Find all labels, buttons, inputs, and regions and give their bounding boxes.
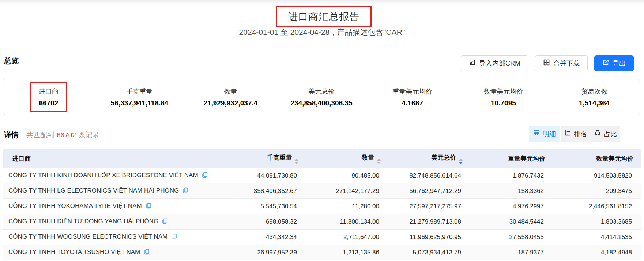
annotation-box-title: 进口商汇总报告 (276, 6, 372, 27)
usd-total-cell: 11,969,625,970.95 (388, 230, 470, 245)
match-count-line: 共匹配到66702条记录 (26, 130, 99, 140)
column-qty-usd-avg: 数量美元均价 (553, 149, 641, 168)
quantity-cell: 2,711,647.00 (306, 230, 388, 245)
importer-summary-report-page: 进口商汇总报告 2024-01-01 至 2024-04-28，产品描述包含"C… (0, 0, 644, 261)
table-row[interactable]: CÔNG TY TNHH WOOSUNG ELECTRONICS VIỆT NA… (3, 230, 641, 245)
view-switch: 明细 排名 占比 (529, 126, 620, 142)
qty-usd-avg-cell: 914,503.5820 (553, 168, 641, 183)
importers-table: 进口商 千克重量 数量 美元总价 重量美元均价 数量美元均价 CÔNG TY T… (3, 149, 641, 260)
qty-usd-avg-cell: 2,446,561.8152 (553, 199, 641, 214)
quantity-cell: 90,485.00 (306, 168, 388, 183)
usd-total-cell: 56,762,947,712.29 (388, 183, 470, 199)
ranking-icon (565, 130, 571, 138)
stat-trade-count: 贸易次数 1,514,364 (549, 87, 640, 107)
copy-icon[interactable] (171, 234, 177, 241)
qty-usd-avg-cell: 4,182.4948 (553, 245, 641, 260)
stat-kg-weight: 千克重量 56,337,941,118.84 (94, 87, 185, 107)
stat-value: 234,858,400,306.35 (276, 99, 367, 107)
tab-label: 占比 (604, 130, 617, 138)
report-subtitle: 2024-01-01 至 2024-04-28，产品描述包含"CAR" (0, 27, 644, 37)
match-prefix: 共匹配到 (26, 131, 54, 139)
tab-label: 排名 (574, 130, 587, 138)
match-suffix: 条记录 (79, 131, 99, 139)
qty-usd-avg-cell: 1,803.3685 (553, 214, 641, 230)
column-importer: 进口商 (3, 149, 223, 168)
merge-download-label: 合并下载 (553, 59, 580, 68)
weight-usd-avg-cell: 187.9377 (470, 245, 553, 260)
kg-weight-cell: 5,545,730.54 (223, 199, 306, 214)
stat-value: 56,337,941,118.84 (94, 99, 185, 107)
overview-heading: 总览 (4, 56, 19, 66)
page-title: 进口商汇总报告 (288, 10, 360, 23)
stat-label: 重量美元均价 (367, 87, 458, 96)
stat-weight-usd-avg: 重量美元均价 4.1687 (367, 87, 458, 107)
column-usd-total-sortable[interactable]: 美元总价 (388, 149, 470, 168)
importer-name-cell: CÔNG TY TNHH ĐIỆN TỬ DONG YANG HẢI PHÒNG (3, 214, 223, 230)
stat-value: 1,514,364 (549, 99, 640, 107)
tab-share-view[interactable]: 占比 (591, 126, 620, 142)
table-row[interactable]: CÔNG TY TNHH KINH DOANH LỐP XE BRIDGESTO… (3, 168, 641, 183)
column-kg-weight-sortable[interactable]: 千克重量 (223, 149, 306, 168)
kg-weight-cell: 434,342.34 (223, 230, 306, 245)
usd-total-cell: 5,073,934,413.79 (388, 245, 470, 260)
importer-name-cell: CÔNG TY TNHH TOYOTA TSUSHO VIỆT NAM (3, 245, 223, 260)
stat-label: 美元总价 (276, 87, 367, 96)
kg-weight-cell: 698,058.32 (223, 214, 306, 230)
stat-value: 21,929,932,037.4 (185, 99, 276, 107)
export-button[interactable]: 导出 (594, 55, 634, 71)
export-label: 导出 (613, 59, 626, 68)
top-fade-decoration (0, 0, 644, 4)
stat-label: 数量美元均价 (458, 87, 549, 96)
importer-name-cell: CÔNG TY TNHH YOKOHAMA TYRE VIỆT NAM (3, 199, 223, 214)
import-crm-icon (469, 59, 476, 68)
stat-quantity: 数量 21,929,932,037.4 (185, 87, 276, 107)
table-header-row: 进口商 千克重量 数量 美元总价 重量美元均价 数量美元均价 (3, 149, 641, 168)
kg-weight-cell: 44,091,730.80 (223, 168, 306, 183)
column-quantity-sortable[interactable]: 数量 (306, 149, 388, 168)
usd-total-cell: 82,748,856,614.64 (388, 168, 470, 183)
tab-detail-view[interactable]: 明细 (529, 126, 560, 142)
weight-usd-avg-cell: 30,484.5442 (470, 214, 553, 230)
toolbar: 导入内部CRM 合并下载 导出 (461, 55, 634, 71)
pie-icon (594, 130, 601, 138)
stat-label: 贸易次数 (549, 87, 640, 96)
quantity-cell: 1,213,135.86 (306, 245, 388, 260)
importer-name-cell: CÔNG TY TNHH KINH DOANH LỐP XE BRIDGESTO… (3, 168, 223, 183)
copy-icon[interactable] (182, 188, 188, 195)
table-row[interactable]: CÔNG TY TNHH ĐIỆN TỬ DONG YANG HẢI PHÒNG… (3, 214, 641, 230)
copy-icon[interactable] (144, 249, 150, 256)
stat-label: 进口商 (3, 87, 94, 96)
weight-usd-avg-cell: 158.3362 (470, 183, 553, 199)
weight-usd-avg-cell: 27,558.0455 (470, 230, 553, 245)
weight-usd-avg-cell: 4,976.2997 (470, 199, 553, 214)
stat-value: 10.7095 (458, 99, 549, 107)
sort-carets-icon (459, 159, 463, 164)
copy-icon[interactable] (162, 219, 168, 225)
tab-label: 明细 (543, 130, 556, 138)
stat-value: 66702 (3, 99, 94, 107)
qty-usd-avg-cell: 209.3475 (553, 183, 641, 199)
copy-icon[interactable] (202, 172, 208, 179)
match-count: 66702 (57, 131, 76, 139)
table-row[interactable]: CÔNG TY TNHH YOKOHAMA TYRE VIỆT NAM 5,54… (3, 199, 641, 214)
stat-value: 4.1687 (367, 99, 458, 107)
stat-label: 数量 (185, 87, 276, 96)
table-icon (533, 130, 540, 138)
qty-usd-avg-cell: 4,414.1535 (553, 230, 641, 245)
copy-icon[interactable] (146, 203, 151, 210)
overview-stats-card: 进口商 66702 千克重量 56,337,941,118.84 数量 21,9… (3, 79, 640, 115)
table-row[interactable]: CÔNG TY TNHH TOYOTA TSUSHO VIỆT NAM 26,9… (3, 245, 641, 260)
usd-total-cell: 27,597,217,275.97 (388, 199, 470, 214)
import-crm-button[interactable]: 导入内部CRM (461, 55, 528, 71)
kg-weight-cell: 358,496,352.67 (223, 183, 306, 199)
merge-download-icon (543, 59, 550, 68)
usd-total-cell: 21,279,989,713.08 (388, 214, 470, 230)
import-crm-label: 导入内部CRM (479, 59, 520, 68)
column-weight-usd-avg: 重量美元均价 (470, 149, 553, 168)
table-row[interactable]: CÔNG TY TNHH LG ELECTRONICS VIỆT NAM HẢI… (3, 183, 641, 199)
importer-name-cell: CÔNG TY TNHH WOOSUNG ELECTRONICS VIỆT NA… (3, 230, 223, 245)
sort-carets-icon (377, 159, 381, 164)
export-icon (602, 59, 609, 68)
tab-ranking-view[interactable]: 排名 (561, 126, 591, 142)
merge-download-button[interactable]: 合并下载 (535, 55, 588, 71)
